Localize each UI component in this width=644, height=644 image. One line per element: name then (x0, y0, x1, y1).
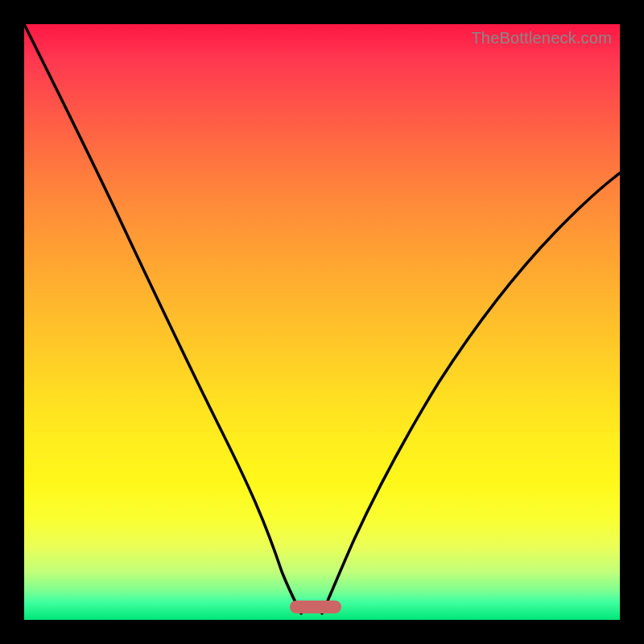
chart-frame: TheBottleneck.com (0, 0, 644, 644)
bottleneck-curve (24, 24, 620, 620)
plot-area: TheBottleneck.com (24, 24, 620, 620)
curve-left-branch (24, 24, 301, 613)
curve-right-branch (322, 173, 620, 613)
optimal-range-marker (290, 601, 341, 613)
